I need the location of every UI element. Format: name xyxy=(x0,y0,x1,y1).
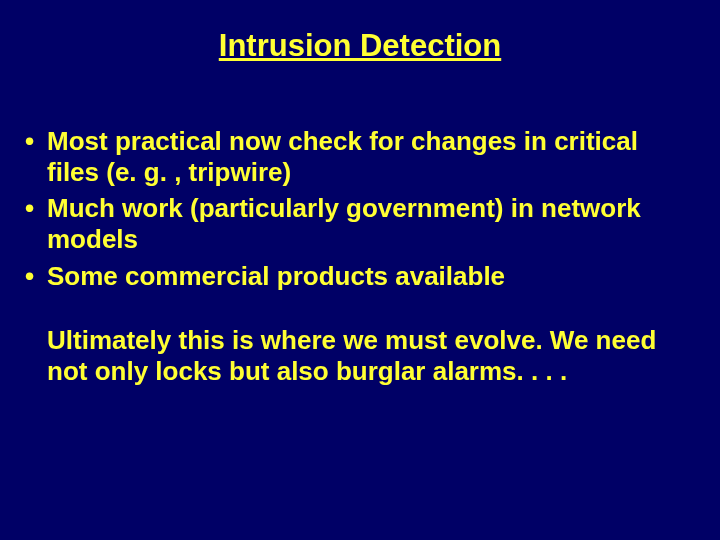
bullet-item: Some commercial products available xyxy=(25,261,695,292)
bullet-item: Much work (particularly government) in n… xyxy=(25,193,695,254)
bullet-list: Most practical now check for changes in … xyxy=(25,126,695,291)
conclusion-text: Ultimately this is where we must evolve.… xyxy=(25,325,657,386)
bullet-item: Most practical now check for changes in … xyxy=(25,126,695,187)
slide-title: Intrusion Detection xyxy=(25,28,695,64)
slide: Intrusion Detection Most practical now c… xyxy=(0,0,720,540)
